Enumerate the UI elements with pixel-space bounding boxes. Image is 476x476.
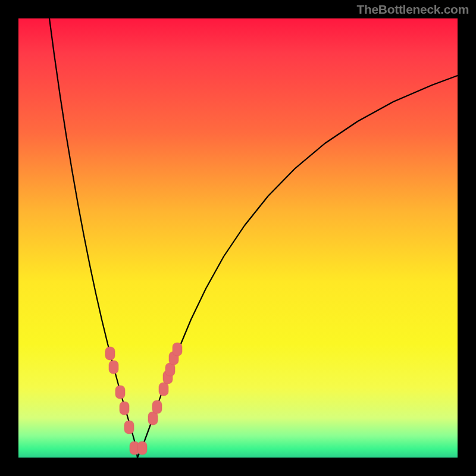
marker-group [105, 343, 182, 455]
chart-frame: TheBottleneck.com [0, 0, 476, 476]
curve-right-branch [137, 76, 458, 458]
data-marker [137, 441, 147, 455]
data-marker [105, 347, 115, 360]
data-marker [152, 400, 162, 414]
data-marker [159, 383, 168, 396]
data-marker [148, 412, 158, 425]
data-marker [173, 343, 182, 356]
data-marker [165, 363, 175, 376]
data-marker [120, 402, 129, 415]
chart-svg [18, 18, 458, 458]
data-marker [124, 421, 134, 434]
data-marker [109, 361, 118, 374]
watermark-text: TheBottleneck.com [356, 2, 469, 17]
curve-group [49, 18, 458, 458]
data-marker [115, 386, 125, 399]
